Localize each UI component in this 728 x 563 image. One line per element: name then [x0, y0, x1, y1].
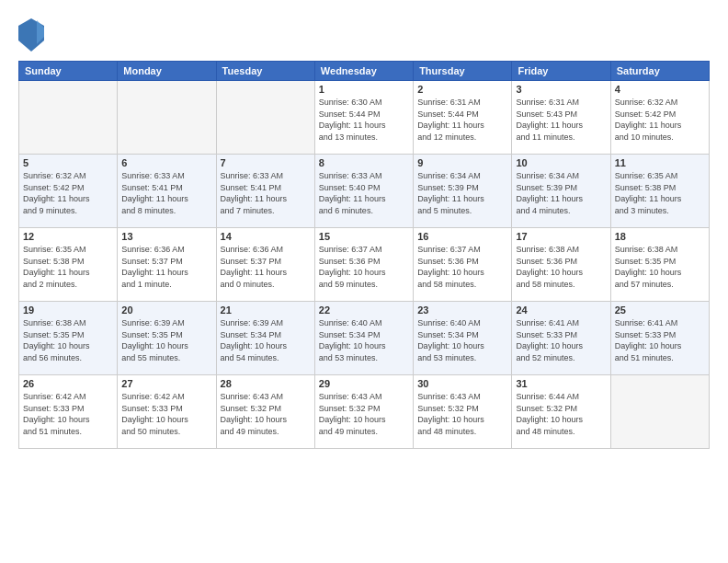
day-number: 2	[417, 84, 507, 95]
day-info: Sunrise: 6:33 AM Sunset: 5:41 PM Dayligh…	[121, 170, 211, 216]
day-number: 6	[121, 157, 211, 168]
logo	[18, 18, 44, 52]
day-info: Sunrise: 6:40 AM Sunset: 5:34 PM Dayligh…	[319, 317, 409, 363]
day-info: Sunrise: 6:35 AM Sunset: 5:38 PM Dayligh…	[23, 244, 113, 290]
calendar-cell: 25Sunrise: 6:41 AM Sunset: 5:33 PM Dayli…	[610, 302, 709, 375]
day-info: Sunrise: 6:34 AM Sunset: 5:39 PM Dayligh…	[417, 170, 507, 216]
day-info: Sunrise: 6:37 AM Sunset: 5:36 PM Dayligh…	[319, 244, 409, 290]
calendar-cell: 28Sunrise: 6:43 AM Sunset: 5:32 PM Dayli…	[216, 375, 314, 449]
day-number: 14	[221, 231, 311, 242]
calendar: SundayMondayTuesdayWednesdayThursdayFrid…	[18, 61, 710, 449]
day-info: Sunrise: 6:44 AM Sunset: 5:32 PM Dayligh…	[516, 391, 606, 437]
day-number: 7	[221, 157, 311, 168]
calendar-cell: 21Sunrise: 6:39 AM Sunset: 5:34 PM Dayli…	[216, 302, 314, 375]
calendar-cell: 10Sunrise: 6:34 AM Sunset: 5:39 PM Dayli…	[512, 155, 610, 228]
calendar-cell: 31Sunrise: 6:44 AM Sunset: 5:32 PM Dayli…	[512, 375, 610, 449]
day-number: 10	[516, 157, 606, 168]
day-info: Sunrise: 6:39 AM Sunset: 5:35 PM Dayligh…	[121, 317, 211, 363]
calendar-cell: 20Sunrise: 6:39 AM Sunset: 5:35 PM Dayli…	[118, 302, 216, 375]
day-info: Sunrise: 6:35 AM Sunset: 5:38 PM Dayligh…	[615, 170, 705, 216]
calendar-cell: 26Sunrise: 6:42 AM Sunset: 5:33 PM Dayli…	[19, 375, 118, 449]
day-info: Sunrise: 6:38 AM Sunset: 5:35 PM Dayligh…	[23, 317, 113, 363]
day-number: 4	[615, 84, 705, 95]
day-number: 18	[615, 231, 705, 242]
calendar-cell: 29Sunrise: 6:43 AM Sunset: 5:32 PM Dayli…	[314, 375, 413, 449]
day-number: 25	[615, 304, 705, 316]
calendar-cell	[216, 81, 314, 155]
day-header-sunday: Sunday	[19, 62, 118, 81]
day-number: 27	[121, 378, 211, 389]
calendar-cell: 6Sunrise: 6:33 AM Sunset: 5:41 PM Daylig…	[118, 155, 216, 228]
calendar-cell: 18Sunrise: 6:38 AM Sunset: 5:35 PM Dayli…	[610, 228, 709, 302]
calendar-cell: 3Sunrise: 6:31 AM Sunset: 5:43 PM Daylig…	[512, 81, 610, 155]
day-info: Sunrise: 6:32 AM Sunset: 5:42 PM Dayligh…	[23, 170, 113, 216]
day-info: Sunrise: 6:42 AM Sunset: 5:33 PM Dayligh…	[23, 391, 113, 437]
day-info: Sunrise: 6:33 AM Sunset: 5:40 PM Dayligh…	[319, 170, 409, 216]
day-number: 13	[121, 231, 211, 242]
calendar-cell: 27Sunrise: 6:42 AM Sunset: 5:33 PM Dayli…	[118, 375, 216, 449]
day-info: Sunrise: 6:42 AM Sunset: 5:33 PM Dayligh…	[121, 391, 211, 437]
day-number: 19	[23, 304, 113, 316]
day-info: Sunrise: 6:34 AM Sunset: 5:39 PM Dayligh…	[516, 170, 606, 216]
calendar-cell: 30Sunrise: 6:43 AM Sunset: 5:32 PM Dayli…	[414, 375, 512, 449]
calendar-cell: 5Sunrise: 6:32 AM Sunset: 5:42 PM Daylig…	[19, 155, 118, 228]
day-number: 17	[516, 231, 606, 242]
day-number: 3	[516, 84, 606, 95]
calendar-cell: 14Sunrise: 6:36 AM Sunset: 5:37 PM Dayli…	[216, 228, 314, 302]
day-number: 22	[319, 304, 409, 316]
day-info: Sunrise: 6:39 AM Sunset: 5:34 PM Dayligh…	[221, 317, 311, 363]
calendar-cell: 4Sunrise: 6:32 AM Sunset: 5:42 PM Daylig…	[610, 81, 709, 155]
day-number: 24	[516, 304, 606, 316]
calendar-cell	[610, 375, 709, 449]
calendar-cell: 17Sunrise: 6:38 AM Sunset: 5:36 PM Dayli…	[512, 228, 610, 302]
day-number: 5	[23, 157, 113, 168]
day-number: 30	[417, 378, 507, 389]
day-header-saturday: Saturday	[610, 62, 709, 81]
week-row-1: 1Sunrise: 6:30 AM Sunset: 5:44 PM Daylig…	[19, 81, 710, 155]
week-row-2: 5Sunrise: 6:32 AM Sunset: 5:42 PM Daylig…	[19, 155, 710, 228]
calendar-cell: 23Sunrise: 6:40 AM Sunset: 5:34 PM Dayli…	[414, 302, 512, 375]
day-info: Sunrise: 6:31 AM Sunset: 5:43 PM Dayligh…	[516, 97, 606, 143]
day-info: Sunrise: 6:31 AM Sunset: 5:44 PM Dayligh…	[417, 97, 507, 143]
calendar-cell	[118, 81, 216, 155]
day-info: Sunrise: 6:43 AM Sunset: 5:32 PM Dayligh…	[319, 391, 409, 437]
day-info: Sunrise: 6:32 AM Sunset: 5:42 PM Dayligh…	[615, 97, 705, 143]
calendar-cell: 13Sunrise: 6:36 AM Sunset: 5:37 PM Dayli…	[118, 228, 216, 302]
day-number: 29	[319, 378, 409, 389]
page-header	[18, 18, 710, 52]
day-number: 21	[221, 304, 311, 316]
logo-icon	[18, 18, 44, 52]
calendar-cell: 11Sunrise: 6:35 AM Sunset: 5:38 PM Dayli…	[610, 155, 709, 228]
day-header-tuesday: Tuesday	[216, 62, 314, 81]
calendar-cell: 19Sunrise: 6:38 AM Sunset: 5:35 PM Dayli…	[19, 302, 118, 375]
day-header-thursday: Thursday	[414, 62, 512, 81]
day-number: 12	[23, 231, 113, 242]
calendar-cell: 8Sunrise: 6:33 AM Sunset: 5:40 PM Daylig…	[314, 155, 413, 228]
calendar-cell: 2Sunrise: 6:31 AM Sunset: 5:44 PM Daylig…	[414, 81, 512, 155]
day-number: 11	[615, 157, 705, 168]
calendar-cell: 12Sunrise: 6:35 AM Sunset: 5:38 PM Dayli…	[19, 228, 118, 302]
header-row: SundayMondayTuesdayWednesdayThursdayFrid…	[19, 62, 710, 81]
week-row-3: 12Sunrise: 6:35 AM Sunset: 5:38 PM Dayli…	[19, 228, 710, 302]
week-row-5: 26Sunrise: 6:42 AM Sunset: 5:33 PM Dayli…	[19, 375, 710, 449]
day-number: 28	[221, 378, 311, 389]
day-info: Sunrise: 6:38 AM Sunset: 5:35 PM Dayligh…	[615, 244, 705, 290]
day-info: Sunrise: 6:41 AM Sunset: 5:33 PM Dayligh…	[516, 317, 606, 363]
day-header-friday: Friday	[512, 62, 610, 81]
day-info: Sunrise: 6:37 AM Sunset: 5:36 PM Dayligh…	[417, 244, 507, 290]
day-header-wednesday: Wednesday	[314, 62, 413, 81]
calendar-cell: 22Sunrise: 6:40 AM Sunset: 5:34 PM Dayli…	[314, 302, 413, 375]
calendar-cell: 24Sunrise: 6:41 AM Sunset: 5:33 PM Dayli…	[512, 302, 610, 375]
day-info: Sunrise: 6:33 AM Sunset: 5:41 PM Dayligh…	[221, 170, 311, 216]
day-number: 23	[417, 304, 507, 316]
calendar-cell: 1Sunrise: 6:30 AM Sunset: 5:44 PM Daylig…	[314, 81, 413, 155]
day-info: Sunrise: 6:41 AM Sunset: 5:33 PM Dayligh…	[615, 317, 705, 363]
calendar-cell: 9Sunrise: 6:34 AM Sunset: 5:39 PM Daylig…	[414, 155, 512, 228]
calendar-cell	[19, 81, 118, 155]
day-number: 16	[417, 231, 507, 242]
calendar-cell: 16Sunrise: 6:37 AM Sunset: 5:36 PM Dayli…	[414, 228, 512, 302]
week-row-4: 19Sunrise: 6:38 AM Sunset: 5:35 PM Dayli…	[19, 302, 710, 375]
day-info: Sunrise: 6:40 AM Sunset: 5:34 PM Dayligh…	[417, 317, 507, 363]
day-info: Sunrise: 6:43 AM Sunset: 5:32 PM Dayligh…	[221, 391, 311, 437]
day-info: Sunrise: 6:38 AM Sunset: 5:36 PM Dayligh…	[516, 244, 606, 290]
